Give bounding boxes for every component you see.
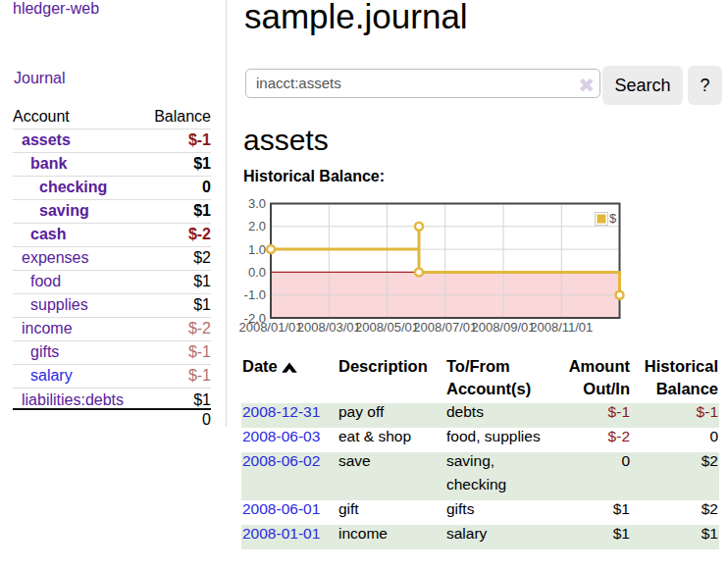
svg-text:-1.0: -1.0	[244, 287, 266, 302]
svg-text:$: $	[609, 211, 617, 226]
svg-text:2.0: 2.0	[248, 219, 266, 234]
svg-text:3.0: 3.0	[248, 196, 266, 211]
svg-text:0.0: 0.0	[248, 265, 266, 280]
svg-text:2008/07/01: 2008/07/01	[413, 320, 477, 335]
svg-text:2008/05/01: 2008/05/01	[355, 320, 419, 335]
svg-text:2008/09/01: 2008/09/01	[471, 320, 535, 335]
svg-text:2008/03/01: 2008/03/01	[297, 320, 361, 335]
svg-text:2008/11/01: 2008/11/01	[530, 320, 593, 335]
svg-text:1.0: 1.0	[248, 242, 266, 257]
svg-text:2008/01/01: 2008/01/01	[238, 320, 302, 335]
